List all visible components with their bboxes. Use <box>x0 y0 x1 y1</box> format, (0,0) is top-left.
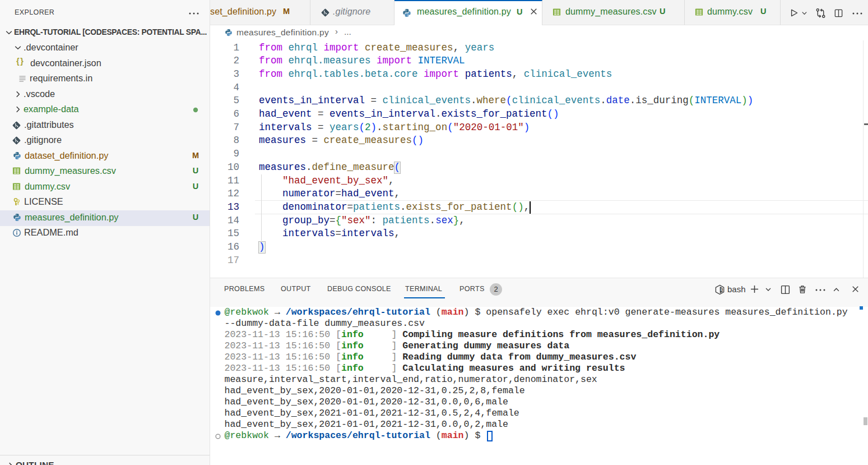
svg-text:$: $ <box>721 288 723 292</box>
